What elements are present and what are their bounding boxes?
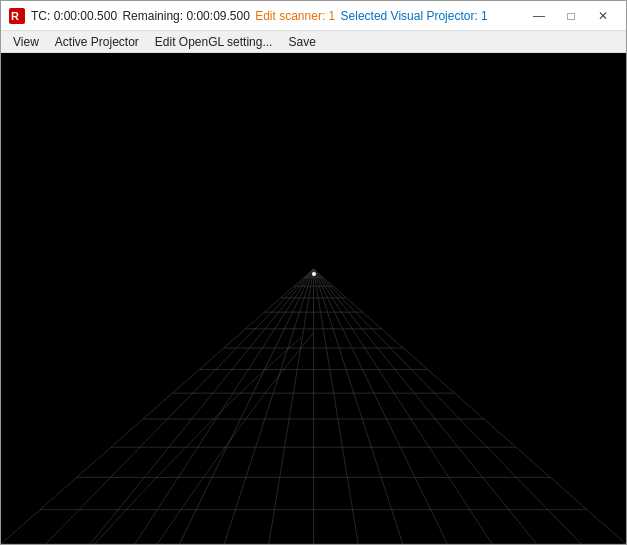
menu-item-active-projector[interactable]: Active Projector (47, 33, 147, 51)
title-bar: R TC: 0:00:00.500 Remaining: 0:00:09.500… (1, 1, 626, 31)
title-bar-text: TC: 0:00:00.500 Remaining: 0:00:09.500 E… (31, 9, 524, 23)
svg-text:R: R (11, 10, 19, 22)
menu-bar: View Active Projector Edit OpenGL settin… (1, 31, 626, 53)
menu-item-edit-opengl[interactable]: Edit OpenGL setting... (147, 33, 281, 51)
app-icon: R (9, 8, 25, 24)
grid-canvas (1, 53, 626, 544)
menu-item-save[interactable]: Save (280, 33, 323, 51)
center-dot (312, 272, 316, 276)
edit-scanner-label: Edit scanner: 1 (255, 9, 335, 23)
maximize-button[interactable]: □ (556, 6, 586, 26)
main-window: R TC: 0:00:00.500 Remaining: 0:00:09.500… (0, 0, 627, 545)
window-controls: — □ ✕ (524, 6, 618, 26)
close-button[interactable]: ✕ (588, 6, 618, 26)
menu-item-view[interactable]: View (5, 33, 47, 51)
selected-visual-label: Selected Visual Projector: 1 (341, 9, 488, 23)
tc-label: TC: 0:00:00.500 (31, 9, 117, 23)
viewport[interactable] (1, 53, 626, 544)
minimize-button[interactable]: — (524, 6, 554, 26)
remaining-label: Remaining: 0:00:09.500 (122, 9, 249, 23)
